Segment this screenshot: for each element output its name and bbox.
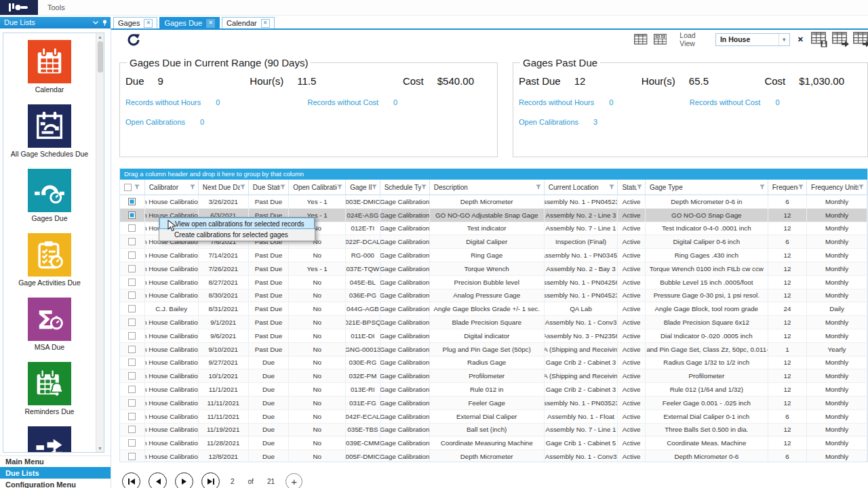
sidebar-scrollbar[interactable]: ▲ ▼ — [96, 33, 104, 452]
row-checkbox[interactable] — [128, 198, 136, 205]
row-checkbox[interactable] — [128, 386, 136, 393]
sidebar-tile-msa-due[interactable]: MSA Due — [28, 298, 71, 362]
tab-gages[interactable]: Gages✕ — [113, 17, 157, 28]
select-all-checkbox[interactable] — [124, 184, 132, 191]
row-checkbox[interactable] — [128, 372, 136, 380]
sidebar-menu-due-lists[interactable]: Due Lists — [0, 467, 111, 479]
table-row[interactable]: In House Calibration7/14/2021Past DueNoR… — [120, 249, 867, 262]
sidebar-tile-all-gage-schedules-due[interactable]: All Gage Schedules Due — [11, 104, 88, 169]
table-row[interactable]: In House Calibration11/11/2021DueNo042F-… — [120, 410, 867, 424]
load-view-select[interactable]: In House ▾ — [715, 33, 790, 46]
scrollbar-thumb[interactable] — [98, 41, 103, 73]
row-checkbox[interactable] — [128, 251, 136, 259]
context-menu-item-create-calibrations[interactable]: Create calibrations for selected gages — [159, 229, 315, 241]
add-record-button[interactable]: + — [285, 473, 302, 488]
import-view-icon[interactable] — [853, 32, 868, 47]
tab-gages-due[interactable]: Gages Due✕ — [159, 17, 220, 28]
chevron-down-icon[interactable] — [93, 21, 98, 24]
group-by-bar[interactable]: Drag a column header and drop it here to… — [120, 169, 867, 180]
table-row[interactable]: In House Calibration7/26/2021Past DueYes… — [120, 262, 867, 276]
table-row[interactable]: C.J. Bailey8/31/2021Past DueNo044G-AGBGa… — [120, 302, 867, 316]
row-checkbox[interactable] — [128, 238, 136, 245]
sidebar-tile-calendar[interactable]: Calendar — [28, 40, 71, 104]
column-header-next-due-date[interactable]: Next Due Date — [199, 180, 249, 195]
save-view-icon[interactable] — [811, 32, 826, 47]
row-checkbox[interactable] — [128, 359, 136, 366]
first-page-button[interactable] — [122, 472, 140, 488]
records-without-cost-link[interactable]: Records without Cost0 — [690, 98, 861, 106]
column-header-gage-type[interactable]: Gage Type — [646, 180, 768, 195]
row-checkbox[interactable] — [128, 211, 136, 219]
card-view-icon[interactable] — [654, 33, 667, 45]
sidebar-tile-reminders-due[interactable]: Reminders Due — [25, 362, 75, 426]
row-checkbox[interactable] — [128, 346, 136, 353]
row-checkbox[interactable] — [128, 291, 136, 299]
column-header-status[interactable]: Status — [618, 180, 646, 195]
menu-tools[interactable]: Tools — [42, 0, 71, 15]
scroll-down-icon[interactable]: ▼ — [96, 445, 104, 452]
sidebar-menu-configuration-menu[interactable]: Configuration Menu — [0, 479, 111, 488]
export-view-icon[interactable] — [832, 32, 847, 47]
column-header-description[interactable]: Description — [430, 180, 545, 195]
table-row[interactable]: In House Calibration11/11/2021DueNo031E-… — [120, 396, 867, 410]
table-row[interactable]: In House Calibration9/27/2021DueNo030E-R… — [120, 357, 867, 370]
column-header-frequency-units[interactable]: Frequency Units — [807, 180, 867, 195]
tab-close-icon[interactable]: ✕ — [206, 19, 215, 28]
table-row[interactable]: In House Calibration9/6/2021Past DueNo01… — [120, 329, 867, 343]
context-menu-item-view-open[interactable]: View open calibrations for selected reco… — [159, 218, 315, 229]
table-row[interactable]: In House Calibration10/1/2021DueNo032E-P… — [120, 369, 867, 383]
table-row[interactable]: In House Calibration11/1/2021DueNo013E-R… — [120, 383, 867, 396]
sidebar-tile-gage-activities-due[interactable]: Gage Activities Due — [18, 233, 81, 298]
table-row[interactable]: In House Calibration3/26/2021Past DueYes… — [120, 195, 867, 209]
row-checkbox[interactable] — [128, 305, 136, 312]
row-checkbox[interactable] — [128, 332, 136, 340]
table-row[interactable]: In House Calibration9/10/2021Past DueNoG… — [120, 343, 867, 357]
due-lists-panel-header[interactable]: Due Lists — [0, 17, 111, 28]
next-page-button[interactable] — [175, 472, 193, 488]
row-checkbox[interactable] — [128, 399, 136, 407]
column-label: Description — [433, 184, 536, 191]
sidebar-menu-main-menu[interactable]: Main Menu — [0, 455, 111, 467]
sidebar-tile-transfer[interactable] — [28, 426, 71, 453]
table-row[interactable]: In House Calibration8/30/2021Past DueNo0… — [120, 289, 867, 303]
row-checkbox[interactable] — [128, 453, 136, 460]
table-row[interactable]: In House Calibration11/28/2021DueNo039E-… — [120, 436, 867, 450]
column-header-calibrator[interactable]: Calibrator — [145, 180, 199, 195]
row-checkbox[interactable] — [128, 265, 136, 272]
records-without-hours-link[interactable]: Records without Hours0 — [125, 98, 308, 106]
column-header-schedule-type[interactable]: Schedule Type — [380, 180, 430, 195]
row-checkbox[interactable] — [128, 319, 136, 326]
row-checkbox[interactable] — [128, 439, 136, 447]
records-without-cost-link[interactable]: Records without Cost0 — [308, 98, 490, 106]
row-checkbox[interactable] — [128, 279, 136, 286]
open-calibrations-link[interactable]: Open Calibrations3 — [519, 118, 690, 126]
column-header-gage-id[interactable]: Gage ID — [346, 180, 380, 195]
column-header-current-location[interactable]: Current Location — [545, 180, 618, 195]
scroll-up-icon[interactable]: ▲ — [96, 33, 104, 41]
sidebar-tile-gages-due[interactable]: Gages Due — [28, 169, 71, 233]
table-row[interactable]: In House Calibration9/1/2021Past DueNo02… — [120, 316, 867, 329]
refresh-button[interactable] — [126, 33, 141, 47]
grid-view-icon[interactable] — [634, 33, 648, 45]
pin-icon[interactable] — [102, 20, 107, 26]
table-row[interactable]: In House Calibration11/19/2021DueNo035E-… — [120, 424, 867, 437]
table-row[interactable]: In House Calibration12/8/2021DueNo005F-D… — [120, 450, 867, 462]
row-checkbox[interactable] — [128, 224, 136, 232]
column-header-frequency[interactable]: Frequency — [768, 180, 807, 195]
tab-calendar[interactable]: Calendar✕ — [222, 17, 275, 28]
previous-page-button[interactable] — [149, 472, 167, 488]
select-dropdown-icon[interactable]: ▾ — [778, 34, 789, 45]
tab-close-icon[interactable]: ✕ — [144, 19, 153, 28]
clear-view-icon[interactable]: ✕ — [797, 35, 804, 44]
select-all-header[interactable] — [120, 180, 145, 195]
cell-next-due-date: 11/1/2021 — [199, 383, 249, 396]
tab-close-icon[interactable]: ✕ — [261, 19, 270, 28]
table-row[interactable]: In House Calibration8/27/2021Past DueNo0… — [120, 276, 867, 289]
row-checkbox[interactable] — [128, 413, 136, 420]
open-calibrations-link[interactable]: Open Calibrations0 — [125, 118, 308, 126]
column-header-open-calibrations[interactable]: Open Calibrations — [289, 180, 346, 195]
row-checkbox[interactable] — [128, 426, 136, 433]
last-page-button[interactable] — [201, 472, 220, 488]
records-without-hours-link[interactable]: Records without Hours0 — [519, 98, 690, 106]
column-header-due-status[interactable]: Due Status — [249, 180, 289, 195]
